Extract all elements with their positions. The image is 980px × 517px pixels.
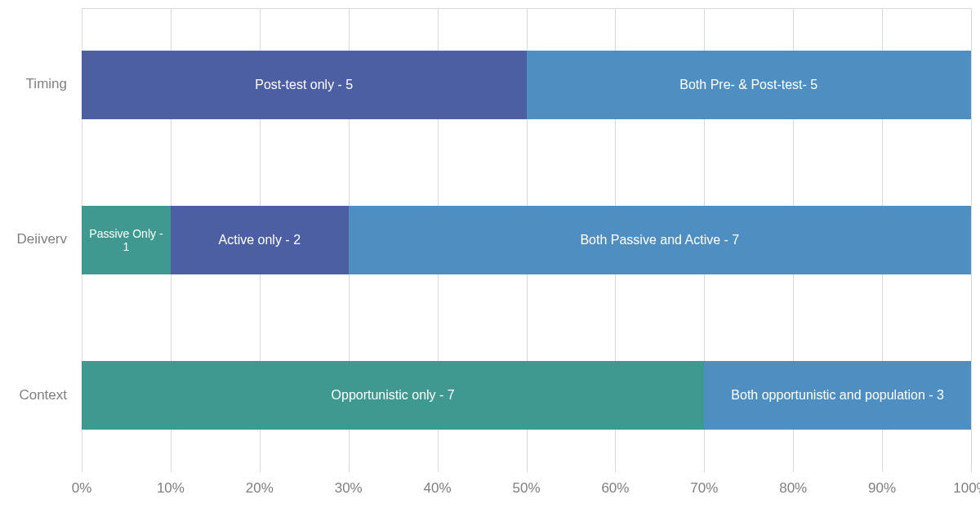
plot-area: 0%10%20%30%40%50%60%70%80%90%100%Post-te… xyxy=(82,8,972,472)
x-tick-label: 90% xyxy=(862,480,902,497)
y-axis-label: Timing xyxy=(0,76,67,92)
x-tick-label: 80% xyxy=(773,480,813,497)
x-tick-label: 0% xyxy=(61,480,102,497)
bar-row: Passive Only - 1Active only - 2Both Pass… xyxy=(82,206,971,274)
y-axis: TimingDeiivervContext xyxy=(0,0,75,517)
bar-segment: Post-test only - 5 xyxy=(82,51,527,119)
x-tick-label: 60% xyxy=(595,480,635,497)
y-axis-label: Deiiverv xyxy=(0,231,67,247)
x-tick-label: 50% xyxy=(506,480,547,497)
x-tick-label: 20% xyxy=(239,480,280,497)
bar-row: Post-test only - 5Both Pre- & Post-test-… xyxy=(82,51,971,119)
grid-line xyxy=(971,9,972,472)
x-tick-label: 30% xyxy=(328,480,369,497)
bar-row: Opportunistic only - 7Both opportunistic… xyxy=(82,361,971,430)
stacked-bar-chart: TimingDeiivervContext 0%10%20%30%40%50%6… xyxy=(0,0,980,517)
y-axis-label: Context xyxy=(0,387,67,403)
x-tick-label: 40% xyxy=(417,480,458,497)
bar-segment: Both Pre- & Post-test- 5 xyxy=(527,51,972,119)
x-tick-label: 100% xyxy=(951,480,980,497)
x-tick-label: 70% xyxy=(684,480,724,497)
bar-segment: Opportunistic only - 7 xyxy=(82,361,704,430)
bar-segment: Passive Only - 1 xyxy=(82,206,171,274)
bar-segment: Both opportunistic and population - 3 xyxy=(704,361,971,430)
bar-segment: Both Passive and Active - 7 xyxy=(349,206,971,274)
bar-segment: Active only - 2 xyxy=(171,206,349,274)
x-tick-label: 10% xyxy=(150,480,191,497)
